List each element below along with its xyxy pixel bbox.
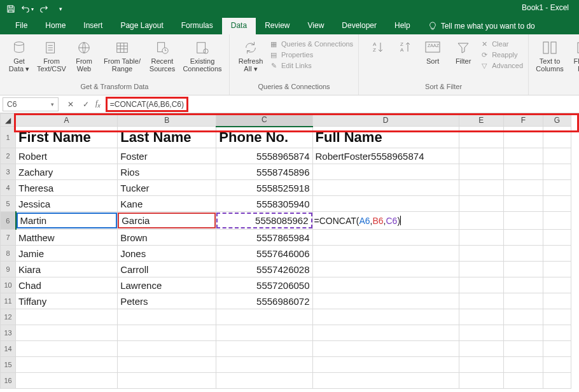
cell[interactable] (459, 246, 503, 262)
cell[interactable] (543, 246, 571, 262)
tab-file[interactable]: File (6, 18, 36, 34)
cell[interactable] (543, 196, 571, 212)
cell[interactable] (216, 341, 312, 357)
cell[interactable] (543, 341, 571, 357)
cell[interactable]: Zachary (16, 164, 118, 180)
cell[interactable] (503, 341, 543, 357)
row-header[interactable]: 11 (1, 293, 16, 309)
enter-formula-icon[interactable]: ✓ (83, 100, 89, 109)
from-csv-button[interactable]: From Text/CSV (36, 37, 67, 73)
tell-me-box[interactable]: Tell me what you want to do (419, 18, 535, 34)
filter-button[interactable]: Filter (449, 37, 477, 65)
cell[interactable]: Brown (118, 230, 216, 246)
cell[interactable] (503, 325, 543, 341)
from-web-button[interactable]: From Web (70, 37, 98, 73)
cell[interactable]: First Name (16, 127, 118, 148)
cell[interactable] (16, 325, 118, 341)
row-header[interactable]: 3 (1, 164, 16, 180)
row-header[interactable]: 6 (1, 212, 16, 230)
row-header[interactable]: 14 (1, 341, 16, 357)
cell[interactable] (543, 277, 571, 293)
tab-formulas[interactable]: Formulas (172, 18, 222, 34)
undo-icon[interactable]: ▾ (20, 2, 34, 16)
recent-sources-button[interactable]: Recent Sources (146, 37, 178, 73)
cell[interactable] (459, 127, 503, 148)
cell[interactable] (459, 212, 503, 230)
cell[interactable] (312, 373, 459, 389)
sort-dialog-button[interactable]: ZAAZSort (419, 37, 447, 65)
cell[interactable]: Foster (118, 148, 216, 164)
cell[interactable] (503, 357, 543, 373)
cell-d6[interactable]: =CONCAT(A6,B6,C6) (312, 212, 459, 230)
cell[interactable] (543, 262, 571, 277)
tab-insert[interactable]: Insert (74, 18, 111, 34)
cell[interactable] (503, 246, 543, 262)
tab-data[interactable]: Data (222, 18, 256, 34)
fx-icon[interactable]: fx (95, 99, 106, 109)
tab-help[interactable]: Help (386, 18, 419, 34)
chevron-down-icon[interactable]: ▾ (51, 101, 54, 108)
cell[interactable]: Full Name (312, 127, 459, 148)
select-all-corner[interactable]: ◢ (1, 114, 16, 127)
cell[interactable] (543, 325, 571, 341)
sort-za-button[interactable]: ZA (394, 37, 416, 56)
cell[interactable] (503, 373, 543, 389)
cell[interactable] (312, 309, 459, 325)
cell[interactable] (503, 180, 543, 196)
cell[interactable]: 5557646006 (216, 246, 312, 262)
cell[interactable]: Kane (118, 196, 216, 212)
cell[interactable]: 5558745896 (216, 164, 312, 180)
cell[interactable]: 5557426028 (216, 262, 312, 277)
cell[interactable] (459, 180, 503, 196)
cell[interactable] (459, 196, 503, 212)
row-header[interactable]: 13 (1, 325, 16, 341)
cell[interactable] (459, 373, 503, 389)
cell[interactable] (543, 212, 571, 230)
cell[interactable]: Peters (118, 293, 216, 309)
cell[interactable] (503, 277, 543, 293)
cell[interactable] (312, 293, 459, 309)
row-header[interactable]: 15 (1, 357, 16, 373)
col-header-a[interactable]: A (16, 114, 118, 127)
cell-b6[interactable]: Garcia (118, 212, 216, 230)
cell[interactable] (312, 180, 459, 196)
col-header-f[interactable]: F (503, 114, 543, 127)
cell[interactable]: Last Name (118, 127, 216, 148)
cell[interactable] (543, 164, 571, 180)
cell[interactable] (216, 325, 312, 341)
cell[interactable] (503, 196, 543, 212)
cell[interactable] (503, 127, 543, 148)
row-header[interactable]: 2 (1, 148, 16, 164)
cell[interactable] (312, 230, 459, 246)
redo-icon[interactable] (37, 2, 51, 16)
cell[interactable]: 5558965874 (216, 148, 312, 164)
col-header-b[interactable]: B (118, 114, 216, 127)
cell[interactable] (503, 309, 543, 325)
formula-bar[interactable]: =CONCAT(A6,B6,C6) (110, 100, 184, 109)
get-data-button[interactable]: Get Data ▾ (5, 37, 33, 73)
cell[interactable]: 5558305940 (216, 196, 312, 212)
cell[interactable] (312, 325, 459, 341)
cell[interactable] (16, 309, 118, 325)
cell[interactable] (216, 373, 312, 389)
cell[interactable]: Phone No. (216, 127, 312, 148)
cell[interactable] (216, 357, 312, 373)
edit-links-item[interactable]: ✎Edit Links (269, 61, 353, 70)
tab-developer[interactable]: Developer (333, 18, 386, 34)
cancel-formula-icon[interactable]: ✕ (67, 100, 74, 109)
cell[interactable] (459, 262, 503, 277)
existing-connections-button[interactable]: Existing Connections (181, 37, 224, 73)
from-table-button[interactable]: From Table/ Range (101, 37, 144, 73)
text-to-columns-button[interactable]: Text to Columns (534, 37, 566, 73)
cell[interactable]: Jamie (16, 246, 118, 262)
sort-az-button[interactable]: AZ (364, 37, 392, 56)
cell[interactable] (312, 341, 459, 357)
cell[interactable] (459, 293, 503, 309)
queries-connections-item[interactable]: ▦Queries & Connections (269, 39, 353, 48)
cell[interactable] (312, 246, 459, 262)
tab-page-layout[interactable]: Page Layout (111, 18, 172, 34)
name-box[interactable]: C6 ▾ (3, 97, 59, 111)
cell[interactable] (503, 262, 543, 277)
cell[interactable]: Jones (118, 246, 216, 262)
cell[interactable]: 5556986072 (216, 293, 312, 309)
